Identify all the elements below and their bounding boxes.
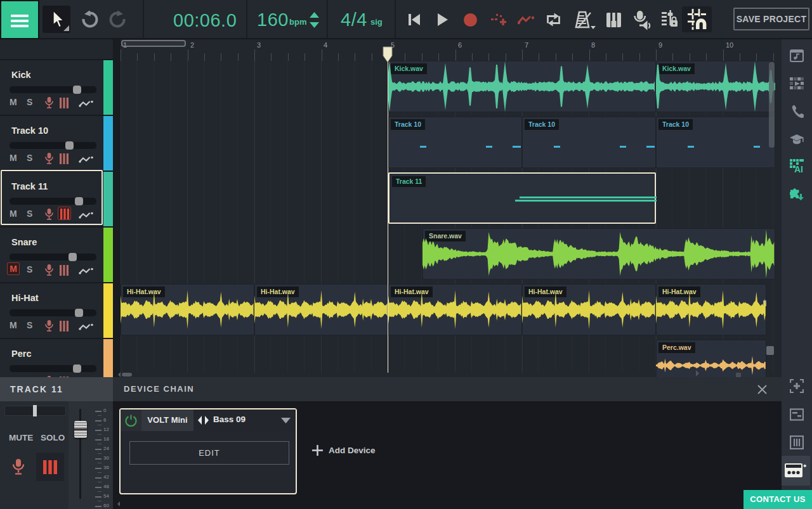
svg-text:AI: AI	[794, 164, 803, 173]
